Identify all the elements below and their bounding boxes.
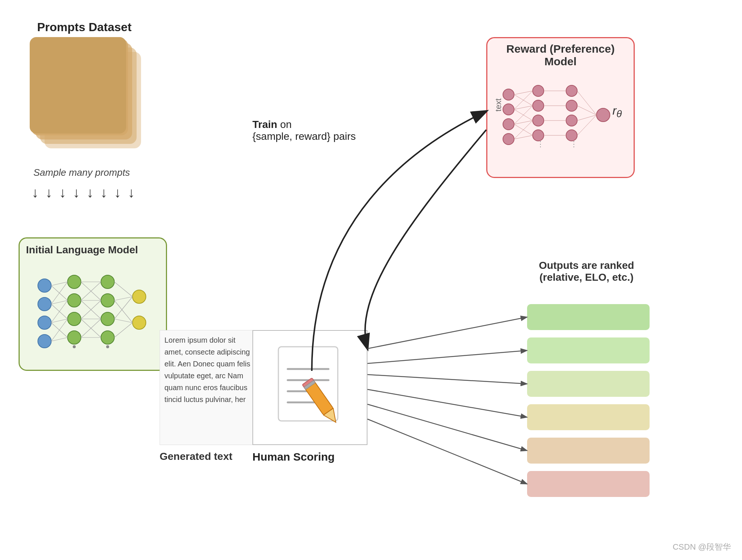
svg-line-36 xyxy=(114,282,133,297)
svg-line-74 xyxy=(577,115,596,135)
generated-text-label: Generated text xyxy=(160,451,232,462)
svg-line-89 xyxy=(367,389,527,417)
svg-point-48 xyxy=(533,115,544,126)
svg-point-1 xyxy=(38,297,51,311)
ranked-bar-4 xyxy=(527,404,650,430)
svg-line-88 xyxy=(367,375,527,384)
svg-line-90 xyxy=(367,404,527,451)
svg-point-47 xyxy=(533,100,544,111)
svg-point-53 xyxy=(566,115,577,126)
svg-point-42 xyxy=(503,89,514,100)
svg-point-13 xyxy=(106,345,109,348)
svg-point-11 xyxy=(101,312,114,326)
svg-point-51 xyxy=(566,85,577,96)
arrow-5: ↓ xyxy=(86,185,94,200)
ranked-bar-3 xyxy=(527,371,650,397)
svg-point-5 xyxy=(68,294,81,307)
svg-point-54 xyxy=(566,130,577,141)
arrow-6: ↓ xyxy=(100,185,107,200)
svg-point-10 xyxy=(101,294,114,307)
arrow-7: ↓ xyxy=(114,185,121,200)
nn-reward: ⋮ ⋮ xyxy=(494,69,620,161)
svg-line-66 xyxy=(514,135,533,139)
arrow-8: ↓ xyxy=(128,185,135,200)
nn-ilm xyxy=(30,263,156,356)
svg-point-15 xyxy=(133,316,146,329)
reward-label: Reward (Preference) Model xyxy=(494,43,627,68)
svg-text:⋮: ⋮ xyxy=(537,140,544,148)
ranked-bar-2 xyxy=(527,337,650,363)
watermark: CSDN @段智华 xyxy=(673,541,731,553)
arrow-1: ↓ xyxy=(32,185,39,200)
svg-line-63 xyxy=(514,121,533,124)
down-arrows: ↓ ↓ ↓ ↓ ↓ ↓ ↓ ↓ xyxy=(32,185,135,200)
svg-point-3 xyxy=(38,335,51,348)
svg-point-8 xyxy=(73,345,76,348)
scoring-icon xyxy=(258,336,362,439)
svg-point-6 xyxy=(68,312,81,326)
svg-point-14 xyxy=(133,290,146,303)
prompts-dataset-label: Prompts Dataset xyxy=(37,20,131,34)
svg-point-46 xyxy=(533,85,544,96)
train-bold: Train xyxy=(252,119,277,130)
svg-point-56 xyxy=(596,108,610,122)
svg-line-91 xyxy=(367,419,527,484)
svg-line-86 xyxy=(367,317,527,349)
svg-line-62 xyxy=(514,106,533,124)
sample-label: Sample many prompts xyxy=(33,167,130,178)
svg-line-71 xyxy=(577,91,596,115)
svg-point-45 xyxy=(503,134,514,145)
svg-line-72 xyxy=(577,106,596,115)
diagram-container: Prompts Dataset Sample many prompts ↓ ↓ … xyxy=(0,0,742,560)
ilm-label: Initial Language Model xyxy=(26,244,138,256)
svg-line-57 xyxy=(514,91,533,95)
svg-line-60 xyxy=(514,106,533,109)
svg-line-65 xyxy=(514,121,533,139)
arrow-4: ↓ xyxy=(73,185,80,200)
svg-line-41 xyxy=(114,323,133,337)
stacked-cards xyxy=(30,37,145,152)
svg-point-43 xyxy=(503,104,514,115)
svg-point-4 xyxy=(68,275,81,289)
ranked-bar-6 xyxy=(527,471,650,497)
svg-point-49 xyxy=(533,130,544,141)
svg-point-9 xyxy=(101,275,114,289)
svg-point-0 xyxy=(38,279,51,292)
svg-line-87 xyxy=(367,350,527,363)
arrow-2: ↓ xyxy=(45,185,52,200)
ranked-bar-1 xyxy=(527,304,650,330)
ranked-bar-5 xyxy=(527,438,650,464)
train-text: Train on{sample, reward} pairs xyxy=(252,119,356,142)
outputs-ranked-label: Outputs are ranked (relative, ELO, etc.) xyxy=(520,260,653,283)
svg-point-12 xyxy=(101,331,114,344)
generated-text-box: Lorem ipsum dolor sit amet, consecte adi… xyxy=(160,330,260,445)
svg-point-7 xyxy=(68,331,81,344)
human-scoring-label: Human Scoring xyxy=(252,451,335,463)
svg-point-44 xyxy=(503,119,514,130)
card-5 xyxy=(30,37,126,134)
svg-line-59 xyxy=(514,91,533,109)
svg-point-52 xyxy=(566,100,577,111)
svg-point-2 xyxy=(38,316,51,329)
arrow-3: ↓ xyxy=(59,185,66,200)
svg-text:⋮: ⋮ xyxy=(570,140,578,148)
svg-line-73 xyxy=(577,115,596,121)
